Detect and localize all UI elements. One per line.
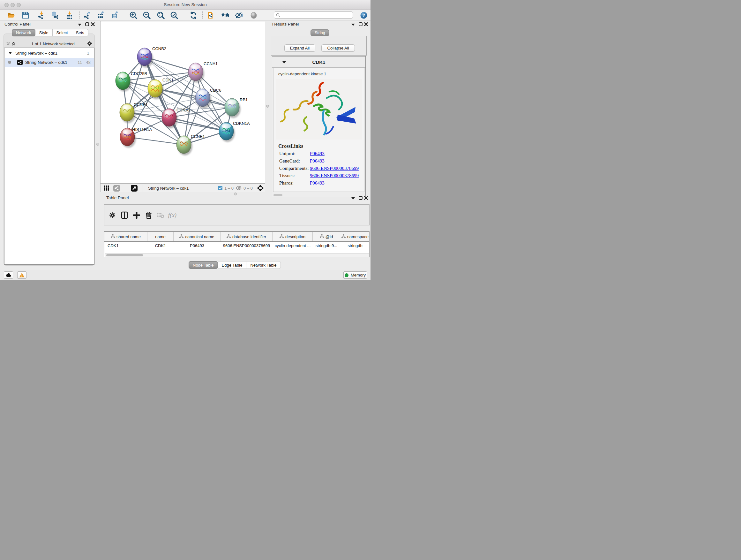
table-hscroll-thumb[interactable]: [106, 254, 143, 256]
grid-view-button[interactable]: [104, 186, 109, 192]
node-label-cdc6: CDC6: [210, 88, 221, 92]
zoom-selected-button[interactable]: [170, 11, 179, 19]
export-image-button[interactable]: [111, 11, 120, 19]
import-network-from-file-button[interactable]: [37, 11, 46, 19]
tab-node-table[interactable]: Node Table: [189, 261, 218, 269]
network-node-cdc6[interactable]: [195, 89, 211, 109]
table-cell[interactable]: cyclin-dependent ...: [273, 243, 313, 248]
left-splitter-handle[interactable]: [96, 143, 99, 145]
add-column-button[interactable]: [132, 211, 141, 220]
tab-edge-table[interactable]: Edge Table: [218, 261, 247, 269]
network-view-canvas[interactable]: CCNB2CCNA1CDC25BCDK1CDC6RB1CCNB1CCNA2CDK…: [100, 21, 265, 184]
expand-all-networks-icon[interactable]: [11, 41, 16, 46]
control-panel-menu-icon[interactable]: [77, 22, 82, 27]
column-header-description[interactable]: description: [273, 232, 313, 241]
network-node-cdkn1a[interactable]: [219, 122, 235, 142]
network-node-rb1[interactable]: [225, 98, 241, 118]
save-session-button[interactable]: [21, 11, 30, 19]
import-network-from-database-button[interactable]: [51, 11, 59, 19]
results-panel-close-icon[interactable]: [363, 22, 368, 27]
tab-select[interactable]: Select: [53, 29, 72, 37]
control-panel-close-icon[interactable]: [90, 22, 95, 27]
crosslink-link[interactable]: 9606.ENSP00000378699: [310, 173, 359, 179]
table-cell[interactable]: P06493: [174, 243, 220, 248]
crosslink-link[interactable]: 9606.ENSP00000378699: [310, 166, 359, 171]
open-session-button[interactable]: [7, 11, 16, 19]
network-node-ccne1[interactable]: [177, 136, 192, 155]
collapse-all-button[interactable]: Collapse All: [321, 44, 355, 52]
table-cell[interactable]: CDK1: [147, 243, 174, 248]
crosslink-link[interactable]: P06493: [310, 151, 325, 157]
network-node-cdc25b[interactable]: [116, 72, 131, 91]
results-panel-menu-icon[interactable]: [350, 22, 355, 27]
column-header-namespace[interactable]: namespace: [340, 232, 370, 241]
column-header-shared-name[interactable]: shared name: [105, 232, 147, 241]
delete-column-button[interactable]: [144, 211, 153, 220]
control-panel-float-icon[interactable]: [84, 22, 90, 27]
table-cell[interactable]: 9606.ENSP00000378699: [220, 243, 273, 248]
tab-network-table[interactable]: Network Table: [246, 261, 280, 269]
results-panel-float-icon[interactable]: [358, 22, 363, 27]
help-button[interactable]: ?: [359, 11, 368, 19]
expand-all-button[interactable]: Expand All: [284, 44, 315, 52]
right-splitter-handle[interactable]: [266, 105, 269, 108]
fit-selected-button[interactable]: [257, 185, 264, 192]
refresh-button[interactable]: [189, 11, 198, 19]
table-row[interactable]: CDK1CDK1P064939606.ENSP00000378699cyclin…: [105, 242, 369, 249]
search-input[interactable]: [282, 12, 351, 18]
table-panel-close-icon[interactable]: [363, 195, 368, 200]
hidden-items-button[interactable]: [236, 186, 242, 192]
show-all-views-button[interactable]: [221, 11, 230, 19]
main-toolbar: ?: [0, 10, 370, 20]
table-cell[interactable]: CDK1: [105, 243, 147, 248]
export-table-button[interactable]: [97, 11, 106, 19]
table-panel-menu-icon[interactable]: [350, 196, 355, 201]
horizontal-splitter-handle[interactable]: [234, 192, 237, 195]
tab-network[interactable]: Network: [12, 29, 36, 37]
node-label-ccnb1: CCNB1: [134, 102, 148, 107]
hide-graphics-details-button[interactable]: [234, 11, 244, 19]
column-header-database-identifier[interactable]: database identifier: [220, 232, 273, 241]
network-row[interactable]: String Network – cdk1 11 48: [5, 58, 94, 67]
zoom-out-button[interactable]: [142, 11, 151, 19]
zoom-fit-button[interactable]: [156, 11, 165, 19]
warnings-button[interactable]: [17, 271, 26, 279]
network-collection-row[interactable]: String Network – cdk1 1: [5, 49, 94, 57]
presentation-sphere-button[interactable]: [249, 11, 258, 19]
network-node-ccna2[interactable]: [162, 109, 178, 128]
collapse-all-networks-icon[interactable]: [5, 41, 10, 46]
cloud-status-button[interactable]: [4, 271, 13, 279]
detach-view-button[interactable]: [131, 185, 138, 193]
import-table-from-file-button[interactable]: [65, 11, 74, 19]
column-header-@id[interactable]: @id: [313, 232, 340, 241]
tab-style[interactable]: Style: [36, 29, 53, 37]
export-network-button[interactable]: [83, 11, 92, 19]
crosslink-link[interactable]: P06493: [310, 159, 325, 164]
selected-checkbox[interactable]: [218, 186, 222, 192]
results-hscroll-thumb[interactable]: [273, 194, 282, 196]
network-options-gear-icon[interactable]: [87, 41, 92, 46]
tab-sets[interactable]: Sets: [72, 29, 88, 37]
table-cell[interactable]: stringdb: [340, 243, 370, 248]
gene-section-header[interactable]: CDK1: [272, 57, 365, 68]
delete-table-button[interactable]: [155, 211, 165, 220]
table-cell[interactable]: stringdb:9...: [313, 243, 340, 248]
column-header-name[interactable]: name: [147, 232, 174, 241]
crosslink-link[interactable]: P06493: [310, 180, 325, 186]
tab-string[interactable]: String: [311, 29, 329, 36]
function-builder-button[interactable]: f(x): [167, 211, 177, 220]
show-columns-button[interactable]: [120, 211, 129, 220]
results-panel-title: Results Panel: [272, 22, 299, 26]
tree-expander-icon[interactable]: [9, 52, 12, 54]
network-node-ccnb2[interactable]: [137, 48, 153, 68]
table-options-button[interactable]: [108, 211, 117, 220]
node-label-ccnb2: CCNB2: [152, 46, 166, 51]
node-table: shared namenamecanonical namedatabase id…: [104, 232, 369, 257]
network-view-button[interactable]: [113, 185, 120, 193]
column-header-canonical-name[interactable]: canonical name: [174, 232, 220, 241]
help-icon: ?: [360, 11, 367, 19]
zoom-in-button[interactable]: [129, 11, 138, 19]
table-panel-float-icon[interactable]: [358, 195, 363, 200]
memory-button[interactable]: Memory: [343, 271, 367, 279]
open-in-browser-button[interactable]: [207, 11, 216, 19]
